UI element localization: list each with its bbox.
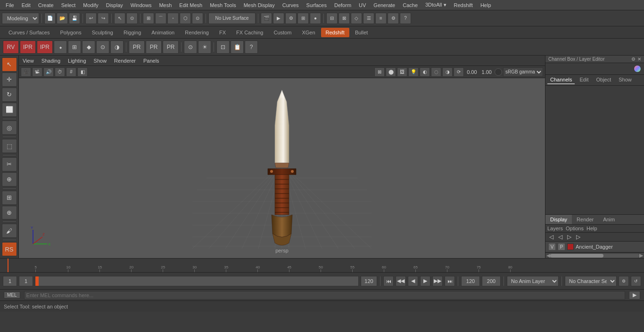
vp-shadow-btn[interactable]: ◐	[420, 67, 430, 77]
menu-file[interactable]: File	[2, 1, 18, 9]
vp-smooth-btn[interactable]: ⬤	[386, 67, 396, 77]
scrollbar-thumb[interactable]	[550, 254, 603, 258]
tab-animation[interactable]: Animation	[147, 28, 179, 37]
rs-icon5[interactable]: ◑	[110, 40, 124, 54]
rs-icon1[interactable]: ⬥	[54, 40, 67, 54]
tab-bullet[interactable]: Bullet	[350, 28, 373, 37]
snap-together-btn[interactable]: ⊕	[2, 206, 17, 220]
le-menu-help[interactable]: Help	[586, 226, 597, 231]
tab-rigging[interactable]: Rigging	[119, 28, 146, 37]
panel-layout-btn[interactable]: ⊠	[339, 13, 350, 24]
new-scene-btn[interactable]: 📄	[44, 13, 56, 24]
help-btn[interactable]: ?	[400, 13, 411, 24]
char-set-dropdown[interactable]: No Character Set	[565, 276, 617, 286]
vp-light-btn[interactable]: 💡	[408, 67, 419, 77]
command-input[interactable]	[24, 291, 625, 300]
tab-polygons[interactable]: Polygons	[55, 28, 86, 37]
timeline-scrubber[interactable]	[35, 276, 359, 286]
layer-end-btn[interactable]: ▷	[574, 234, 582, 240]
select-mode-btn[interactable]: ↖	[2, 57, 17, 72]
menu-create[interactable]: Create	[34, 1, 58, 9]
tab-custom[interactable]: Custom	[269, 28, 297, 37]
timeline[interactable]: 5 10 15 20 25 30 35 40	[0, 258, 644, 272]
cycle-mode-btn[interactable]: ↺	[631, 276, 641, 286]
vp-menu-panels[interactable]: Panels	[141, 58, 161, 64]
menu-curves[interactable]: Curves	[279, 1, 303, 9]
snap-curve-btn[interactable]: ⌒	[155, 13, 166, 24]
le-tab-display[interactable]: Display	[545, 215, 572, 224]
paint-tool-btn[interactable]: 🖌	[2, 224, 17, 238]
channel-box-btn[interactable]: ☰	[363, 13, 374, 24]
le-tab-anim[interactable]: Anim	[598, 215, 619, 224]
redo-btn[interactable]: ↪	[98, 13, 109, 24]
layer-item[interactable]: V P Ancient_Dagger	[545, 242, 644, 252]
attr-editor-btn[interactable]: ≡	[375, 13, 387, 24]
menu-windows[interactable]: Windows	[127, 1, 156, 9]
live-surface-btn[interactable]: No Live Surface	[208, 13, 256, 24]
anim-layer-dropdown[interactable]: No Anim Layer	[507, 276, 559, 286]
rs-pr1[interactable]: PR	[129, 40, 145, 54]
menu-uv[interactable]: UV	[355, 1, 370, 9]
menu-edit-mesh[interactable]: Edit Mesh	[175, 1, 206, 9]
snap-grid-btn[interactable]: ⊞	[143, 13, 154, 24]
le-menu-options[interactable]: Options	[566, 226, 584, 231]
rs-mat2[interactable]: 📋	[231, 40, 244, 54]
snap-live-btn[interactable]: ⊙	[192, 13, 203, 24]
render-frame-btn[interactable]: 🎬	[261, 13, 272, 24]
range-end-input[interactable]	[482, 276, 501, 286]
tab-fx-caching[interactable]: FX Caching	[231, 28, 268, 37]
menu-surfaces[interactable]: Surfaces	[303, 1, 330, 9]
le-menu-layers[interactable]: Layers	[547, 226, 563, 231]
le-tab-render[interactable]: Render	[572, 215, 598, 224]
rs-light[interactable]: ☀	[198, 40, 211, 54]
tab-redshift[interactable]: Redshift	[321, 28, 349, 37]
menu-mesh-display[interactable]: Mesh Display	[240, 1, 279, 9]
command-execute-btn[interactable]: ▶	[629, 291, 640, 300]
ipr-shelf-btn[interactable]: IPR	[20, 40, 36, 54]
vp-ao-btn[interactable]: ◑	[442, 67, 453, 77]
color-picker-icon[interactable]	[634, 65, 641, 73]
move-tool-btn[interactable]: ✛	[2, 73, 17, 87]
menu-mesh-tools[interactable]: Mesh Tools	[206, 1, 239, 9]
vp-isolate-btn[interactable]: ◧	[77, 67, 88, 77]
render-settings-btn[interactable]: ⚙	[285, 13, 297, 24]
rv-btn[interactable]: RV	[3, 40, 19, 54]
menu-edit[interactable]: Edit	[18, 1, 34, 9]
play-btn[interactable]: ▶	[420, 276, 430, 286]
menu-3dtoall[interactable]: 3DtoAll ▾	[421, 1, 450, 9]
keyframe-btn[interactable]: ◇	[351, 13, 362, 24]
cb-tab-object[interactable]: Object	[593, 76, 614, 84]
save-scene-btn[interactable]: 💾	[69, 13, 80, 24]
playblast-btn[interactable]: ●	[310, 13, 321, 24]
vp-sync-btn[interactable]: ⏱	[55, 67, 65, 77]
vp-camera-btn[interactable]: 🎥	[21, 67, 31, 77]
menu-mesh[interactable]: Mesh	[155, 1, 175, 9]
soft-select-btn[interactable]: ◎	[2, 121, 17, 135]
menu-help[interactable]: Help	[477, 1, 495, 9]
vp-xray-btn[interactable]: ◌	[431, 67, 441, 77]
snap-surface-btn[interactable]: ⬡	[180, 13, 191, 24]
panel-close-icon[interactable]: ✕	[637, 57, 641, 62]
rs-icon3[interactable]: ◆	[82, 40, 95, 54]
tab-sculpting[interactable]: Sculpting	[87, 28, 118, 37]
viewport-canvas[interactable]: .gl{stroke:#888;stroke-width:0.5;opacity…	[19, 78, 545, 258]
cb-tab-channels[interactable]: Channels	[547, 76, 575, 84]
layer-playback-btn[interactable]: P	[558, 243, 565, 251]
ui-layout-btn[interactable]: ⊟	[326, 13, 338, 24]
next-frame-btn[interactable]: ▶▶	[432, 276, 443, 286]
open-scene-btn[interactable]: 📂	[57, 13, 68, 24]
panel-settings-icon[interactable]: ⚙	[631, 57, 636, 62]
layer-next-btn[interactable]: ▷	[565, 234, 573, 240]
rs-pr3[interactable]: PR	[163, 40, 179, 54]
rs-help[interactable]: ?	[245, 40, 258, 54]
menu-select[interactable]: Select	[58, 1, 80, 9]
max-frame-input[interactable]	[461, 276, 480, 286]
vp-menu-show[interactable]: Show	[92, 58, 109, 64]
rs-dome[interactable]: ⊙	[184, 40, 197, 54]
current-frame-input[interactable]	[19, 276, 33, 286]
prev-frame-btn[interactable]: ◀	[408, 276, 418, 286]
layer-visibility-btn[interactable]: V	[548, 243, 556, 251]
snap-point-btn[interactable]: ◦	[167, 13, 179, 24]
vp-motion-btn[interactable]: ⟳	[454, 67, 464, 77]
layer-prev-btn[interactable]: ◁	[556, 234, 564, 240]
